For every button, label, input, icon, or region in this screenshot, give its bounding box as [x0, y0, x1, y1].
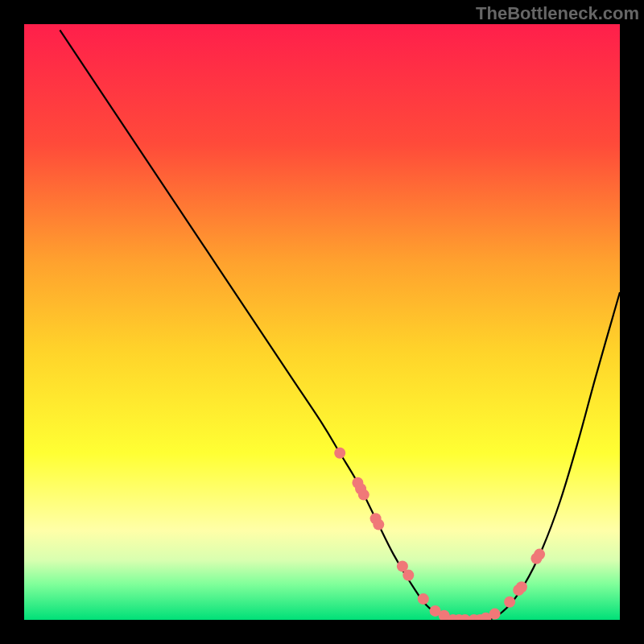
scatter-point	[402, 570, 414, 581]
scatter-point	[504, 597, 515, 608]
chart-svg	[24, 24, 620, 620]
watermark-label: TheBottleneck.com	[476, 3, 639, 24]
plot-area	[24, 24, 620, 620]
scatter-point	[516, 581, 527, 592]
gradient-background	[24, 24, 620, 620]
scatter-point	[418, 593, 429, 605]
scatter-point	[358, 489, 369, 501]
scatter-point	[334, 448, 345, 459]
scatter-point	[373, 519, 384, 530]
chart-wrapper: TheBottleneck.com	[0, 0, 644, 644]
scatter-point	[534, 549, 545, 560]
scatter-point	[489, 609, 501, 620]
